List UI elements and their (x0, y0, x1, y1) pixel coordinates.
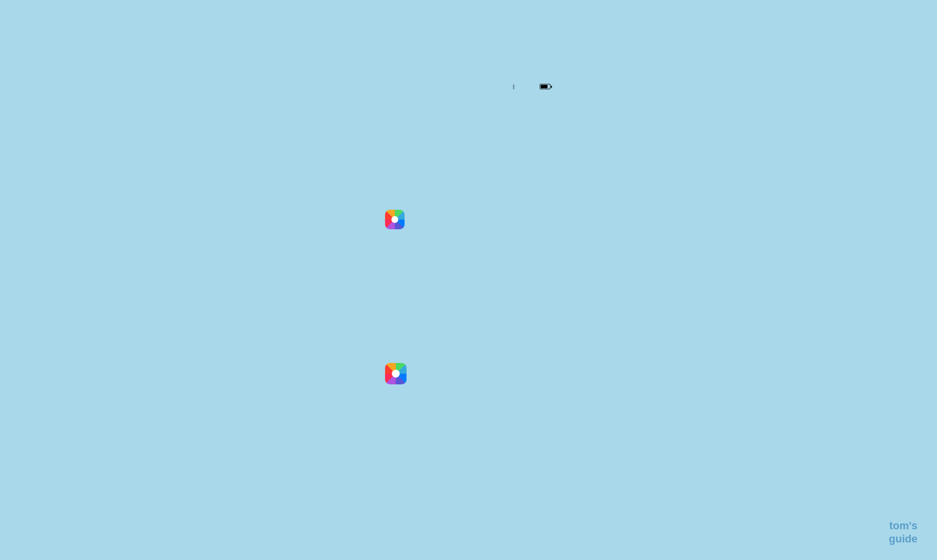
photos-app-icon (385, 363, 407, 384)
background (0, 0, 937, 560)
watermark: tom's guide (889, 520, 917, 545)
battery-icon (540, 84, 550, 89)
icloud-photos-icon (385, 210, 405, 229)
